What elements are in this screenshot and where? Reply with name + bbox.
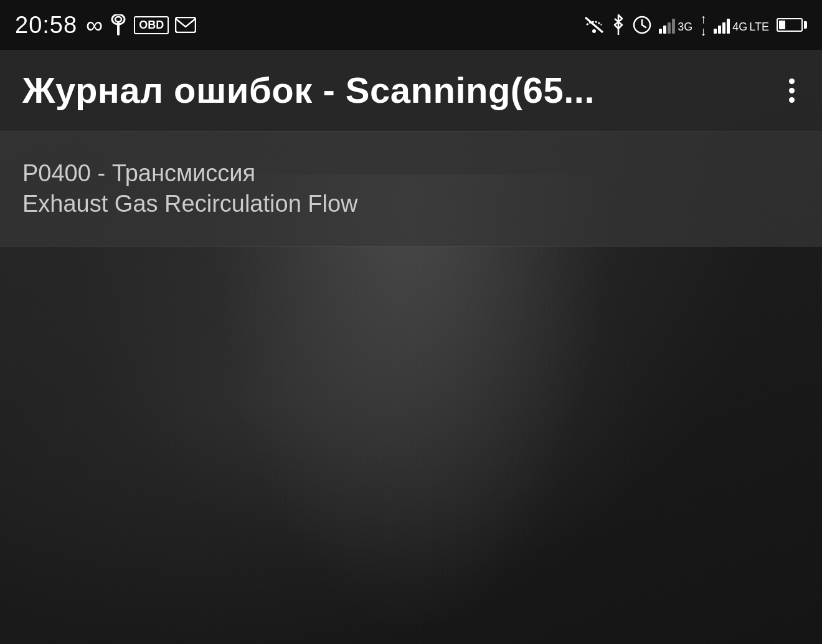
signal-4g-group: 4G LTE bbox=[714, 16, 769, 34]
signal-bar-4g-3 bbox=[722, 22, 725, 34]
svg-rect-3 bbox=[176, 17, 196, 32]
network-4g-label: 4G bbox=[732, 21, 747, 34]
status-time: 20:58 bbox=[15, 12, 77, 39]
status-bar-right: 3G ↑ ↓ 4G LTE bbox=[584, 12, 807, 37]
signal-bars-4g bbox=[714, 16, 730, 34]
more-dot-2 bbox=[789, 88, 795, 93]
battery-tip bbox=[804, 21, 807, 29]
error-item-0[interactable]: P0400 - Трансмиссия Exhaust Gas Recircul… bbox=[22, 154, 800, 224]
battery-fill bbox=[779, 21, 785, 29]
clock-icon bbox=[633, 16, 651, 34]
signal-3g-group: 3G bbox=[659, 16, 692, 34]
data-arrows-icon: ↑ ↓ bbox=[700, 12, 706, 37]
more-options-button[interactable] bbox=[784, 73, 800, 108]
app-bar: Журнал ошибок - Scanning(65... bbox=[0, 50, 822, 131]
status-bar-left: 20:58 ∞ OBD bbox=[15, 12, 196, 39]
error-list: P0400 - Трансмиссия Exhaust Gas Recircul… bbox=[0, 131, 822, 246]
error-code-line: P0400 - Трансмиссия bbox=[22, 160, 800, 187]
obd-badge: OBD bbox=[134, 16, 169, 34]
divider-bottom bbox=[0, 246, 822, 247]
status-icons-left: ∞ OBD bbox=[86, 12, 196, 39]
signal-bar-1 bbox=[659, 29, 662, 34]
error-description: Exhaust Gas Recirculation Flow bbox=[22, 191, 800, 217]
signal-bar-4g-2 bbox=[718, 26, 721, 34]
battery-icon bbox=[777, 18, 807, 32]
status-bar: 20:58 ∞ OBD bbox=[0, 0, 822, 50]
signal-bar-4g-4 bbox=[727, 19, 730, 34]
bluetooth-icon bbox=[612, 14, 625, 36]
svg-point-2 bbox=[115, 17, 121, 22]
signal-bar-3 bbox=[668, 22, 671, 34]
network-lte-label: LTE bbox=[749, 21, 769, 34]
wifi-off-icon bbox=[584, 16, 604, 34]
svg-line-8 bbox=[642, 25, 646, 27]
battery-body bbox=[777, 18, 803, 32]
antenna-icon bbox=[109, 14, 128, 36]
signal-bars-3g bbox=[659, 16, 675, 34]
network-3g-label: 3G bbox=[678, 21, 692, 34]
infinity-icon: ∞ bbox=[86, 12, 103, 39]
signal-bar-4 bbox=[672, 19, 675, 34]
more-dot-3 bbox=[789, 97, 795, 103]
content-wrapper: Журнал ошибок - Scanning(65... P0400 - Т… bbox=[0, 50, 822, 247]
gmail-icon bbox=[175, 17, 196, 33]
signal-bar-4g-1 bbox=[714, 29, 717, 34]
page-title: Журнал ошибок - Scanning(65... bbox=[22, 70, 595, 110]
more-dot-1 bbox=[789, 78, 795, 84]
signal-bar-2 bbox=[663, 26, 666, 34]
svg-point-5 bbox=[592, 29, 596, 33]
